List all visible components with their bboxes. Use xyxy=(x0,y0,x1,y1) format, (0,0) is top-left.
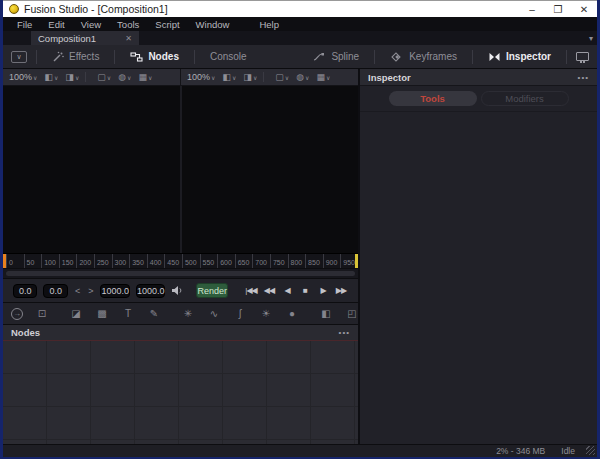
menu-item[interactable]: Edit xyxy=(40,19,72,30)
menu-item[interactable]: File xyxy=(9,19,40,30)
split-view-icon[interactable]: ◧∨ xyxy=(222,72,236,82)
time-tick: 350 xyxy=(129,254,147,268)
roi-icon[interactable]: ▢∨ xyxy=(275,72,289,82)
paint-icon[interactable]: ✎ xyxy=(147,308,161,319)
lock-icon[interactable]: ◍∨ xyxy=(296,72,309,82)
toolbar-separator xyxy=(374,50,375,64)
grid-icon[interactable]: ▦∨ xyxy=(138,72,152,82)
time-tick: 550 xyxy=(200,254,218,268)
clean-feed-monitor-icon[interactable] xyxy=(576,52,589,61)
subview-icon[interactable]: ◨∨ xyxy=(65,72,79,82)
scrollbar-handle[interactable] xyxy=(6,271,355,276)
menu-item[interactable]: Help xyxy=(251,19,287,30)
zoom-select[interactable]: 100%∨ xyxy=(187,72,215,82)
fast-forward-button[interactable]: ▶▶ xyxy=(334,286,348,295)
audio-speaker-icon[interactable] xyxy=(171,285,184,296)
node-graph-canvas[interactable] xyxy=(3,341,358,444)
step-next-icon[interactable]: > xyxy=(87,286,94,296)
menu-item[interactable]: Script xyxy=(147,19,187,30)
inspector-menu-icon[interactable]: ••• xyxy=(578,73,589,82)
current-time-field[interactable]: 0.0 xyxy=(13,284,37,298)
text-icon[interactable]: T xyxy=(121,308,135,319)
colorcorrector-icon[interactable]: ∿ xyxy=(207,308,221,319)
nodes-panel-title: Nodes xyxy=(11,327,40,338)
tools-toolbar: →⊡ ◪▩T✎ ✳∿ʃ☀● ◧◰▣⊠ xyxy=(3,302,358,324)
close-button[interactable]: ✕ xyxy=(571,1,597,17)
fastnoise-icon[interactable]: ▩ xyxy=(95,308,109,319)
toolbar-separator xyxy=(194,50,195,64)
magic-wand-icon xyxy=(52,51,64,63)
saver-icon[interactable]: ⊡ xyxy=(35,308,49,319)
stop-button[interactable]: ■ xyxy=(298,286,312,295)
render-end-field[interactable]: 1000.0 xyxy=(136,284,166,298)
time-tick: 50 xyxy=(24,254,42,268)
toolbar-separator xyxy=(472,50,473,64)
transport-bar: 0.0 0.0 < > 1000.0 1000.0 Render |◀◀◀◀◀■… xyxy=(3,278,358,302)
inspector-panel: Inspector ••• Tools Modifiers xyxy=(360,69,597,444)
roi-icon[interactable]: ▢∨ xyxy=(97,72,111,82)
left-viewer[interactable] xyxy=(3,86,180,253)
split-view-icon[interactable]: ◧∨ xyxy=(44,72,58,82)
transform-icon[interactable]: ◰ xyxy=(345,308,359,319)
range-end-marker[interactable] xyxy=(355,254,358,268)
current-time-field-2[interactable]: 0.0 xyxy=(43,284,67,298)
status-state: Idle xyxy=(561,446,575,456)
right-viewer[interactable] xyxy=(180,86,359,253)
nodes-panel-header: Nodes ••• xyxy=(3,324,358,341)
composition-tab-bar: Composition1 ✕ ▾ xyxy=(3,31,597,45)
colorcurves-icon[interactable]: ʃ xyxy=(233,308,247,319)
toolbar-toggle-icon[interactable]: ∨ xyxy=(11,51,27,63)
inspector-header: Inspector ••• xyxy=(360,69,597,86)
merge-icon[interactable]: ◧ xyxy=(319,308,333,319)
tab-label: Composition1 xyxy=(38,33,96,44)
time-tick: 850 xyxy=(305,254,323,268)
menu-item[interactable]: Tools xyxy=(109,19,147,30)
play-button[interactable]: ▶ xyxy=(316,286,330,295)
time-tick: 450 xyxy=(164,254,182,268)
tab-modifiers[interactable]: Modifiers xyxy=(481,91,569,106)
grid-icon[interactable]: ▦∨ xyxy=(316,72,330,82)
maximize-button[interactable]: ❐ xyxy=(545,1,571,17)
tab-tools[interactable]: Tools xyxy=(389,91,477,106)
menu-item[interactable]: View xyxy=(73,19,109,30)
brightnesscontrast-icon[interactable]: ☀ xyxy=(259,308,273,319)
blur-icon[interactable]: ✳ xyxy=(181,308,195,319)
keyframes-button[interactable]: Keyframes xyxy=(384,51,463,63)
subview-icon[interactable]: ◨∨ xyxy=(243,72,257,82)
fast-rewind-button[interactable]: ◀◀ xyxy=(262,286,276,295)
console-button[interactable]: Console xyxy=(204,51,253,62)
time-tick: 100 xyxy=(41,254,59,268)
nodes-icon xyxy=(130,51,143,63)
playhead-marker[interactable] xyxy=(3,254,6,268)
resize-grip-icon[interactable] xyxy=(586,446,595,455)
tab-composition1[interactable]: Composition1 ✕ xyxy=(31,31,139,45)
lock-icon[interactable]: ◍∨ xyxy=(118,72,131,82)
nodes-button[interactable]: Nodes xyxy=(124,51,185,63)
goto-start-button[interactable]: |◀◀ xyxy=(244,286,258,295)
background-icon[interactable]: ◪ xyxy=(69,308,83,319)
loader-icon[interactable]: → xyxy=(11,308,23,320)
spline-button[interactable]: Spline xyxy=(307,51,365,63)
nodes-panel-menu-icon[interactable]: ••• xyxy=(339,328,350,337)
inspector-button[interactable]: Inspector xyxy=(482,51,557,63)
time-tick: 0 xyxy=(6,254,24,268)
inspector-body xyxy=(360,112,597,444)
tab-overflow-icon[interactable]: ▾ xyxy=(589,31,593,45)
tab-close-icon[interactable]: ✕ xyxy=(125,34,132,43)
effects-button[interactable]: Effects xyxy=(46,51,105,63)
separator xyxy=(85,72,86,82)
viewer-area xyxy=(3,86,358,253)
timeline-scrollbar[interactable] xyxy=(3,268,358,278)
fusion-logo-icon xyxy=(9,4,19,14)
menu-item[interactable]: Window xyxy=(188,19,238,30)
step-back-button[interactable]: ◀ xyxy=(280,286,294,295)
separator xyxy=(263,72,264,82)
time-ruler[interactable]: 0501001502002503003504004505005506006507… xyxy=(3,253,358,268)
step-prev-icon[interactable]: < xyxy=(74,286,81,296)
minimize-button[interactable]: – xyxy=(519,1,545,17)
keyframes-icon xyxy=(390,51,404,63)
huesaturation-icon[interactable]: ● xyxy=(285,308,299,319)
render-button[interactable]: Render xyxy=(196,283,228,298)
range-end-field[interactable]: 1000.0 xyxy=(100,284,130,298)
zoom-select[interactable]: 100%∨ xyxy=(9,72,37,82)
